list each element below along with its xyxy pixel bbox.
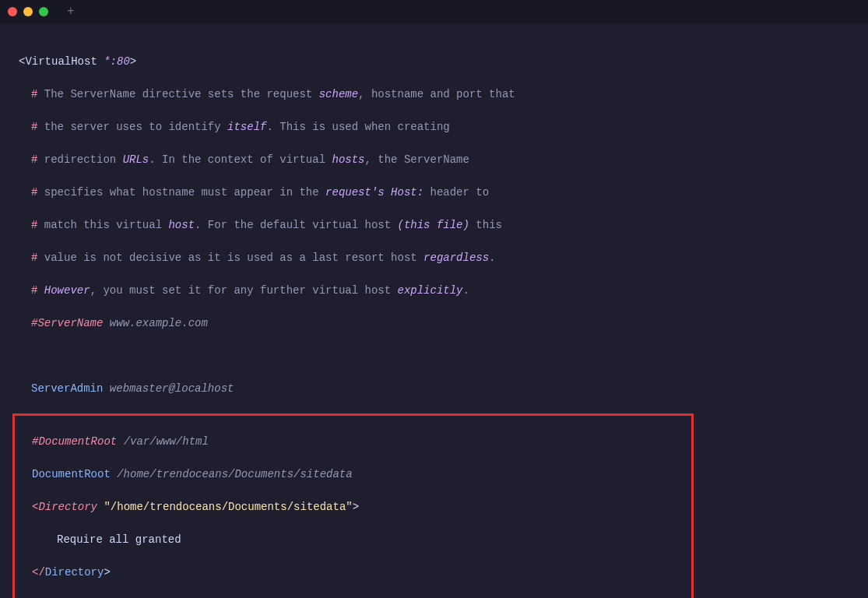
window-titlebar: +: [0, 0, 868, 23]
maximize-window-button[interactable]: [39, 7, 48, 16]
code-editor[interactable]: <VirtualHost *:80> # The ServerName dire…: [0, 23, 868, 598]
path: /home/trendoceans/Documents/sitedata: [117, 468, 352, 480]
comment-directive: #DocumentRoot: [32, 435, 124, 448]
close-window-button[interactable]: [8, 7, 17, 16]
em: host: [168, 219, 195, 231]
tag-name: Directory: [45, 566, 104, 579]
comment-text: , the ServerName: [365, 153, 469, 166]
code-line: #ServerName www.example.com: [19, 315, 849, 332]
code-line: Require all granted: [19, 532, 687, 548]
code-line: # specifies what hostname must appear in…: [19, 185, 849, 201]
em: regardless: [423, 252, 489, 264]
tag-close: >: [130, 55, 136, 68]
directive: ServerAdmin: [31, 382, 110, 395]
path: /var/www/html: [124, 435, 209, 448]
code-line: # The ServerName directive sets the requ…: [19, 86, 849, 103]
comment-text: , hostname and port that: [358, 88, 515, 100]
directive: Require all granted: [57, 533, 181, 546]
code-line: # value is not decisive as it is used as…: [19, 250, 849, 266]
code-line: ServerAdmin webmaster@localhost: [19, 381, 849, 397]
comment-text: this: [469, 219, 502, 231]
blank-line: [19, 348, 849, 364]
comment-text: , you must set it for any further virtua…: [90, 284, 398, 297]
tag-close: >: [353, 501, 359, 513]
tag-close: >: [104, 566, 110, 579]
em: request's Host:: [325, 186, 423, 199]
traffic-lights: [8, 7, 48, 16]
code-line: <VirtualHost *:80>: [19, 54, 849, 70]
tag-open: <VirtualHost: [19, 55, 104, 68]
comment-text: [37, 284, 44, 297]
comment-text: . This is used when creating: [266, 121, 449, 133]
tag-name: Directory: [38, 501, 97, 513]
em: URLs: [123, 153, 149, 166]
code-line: <Directory "/home/trendoceans/Documents/…: [19, 499, 687, 515]
minimize-window-button[interactable]: [23, 7, 33, 16]
highlight-region: #DocumentRoot /var/www/html DocumentRoot…: [12, 413, 694, 598]
code-line: DocumentRoot /home/trendoceans/Documents…: [19, 466, 687, 483]
em: itself: [227, 121, 266, 133]
comment-text: specifies what hostname must appear in t…: [37, 186, 325, 199]
comment-text: .: [489, 252, 495, 264]
em: However: [44, 284, 90, 297]
comment-text: . For the default virtual host: [195, 219, 397, 231]
directive: DocumentRoot: [32, 468, 117, 480]
code-line: # However, you must set it for any furth…: [19, 283, 849, 299]
comment-text: header to: [423, 186, 489, 199]
code-line: # match this virtual host. For the defau…: [19, 217, 849, 234]
em: scheme: [319, 88, 358, 100]
email: webmaster@localhost: [110, 382, 234, 395]
tag-close-open: </: [32, 566, 45, 579]
comment-text: value is not decisive as it is used as a…: [37, 252, 423, 264]
code-line: #DocumentRoot /var/www/html: [19, 434, 687, 450]
comment-text: . In the context of virtual: [149, 153, 332, 166]
port: *:80: [104, 55, 130, 68]
code-line: # the server uses to identify itself. Th…: [19, 119, 849, 135]
comment-text: the server uses to identify: [37, 121, 227, 133]
domain: www.example.com: [110, 317, 208, 329]
comment-text: redirection: [37, 153, 122, 166]
em: hosts: [332, 153, 364, 166]
comment-directive: #ServerName: [31, 317, 110, 329]
comment-text: match this virtual: [37, 219, 168, 231]
code-line: </Directory>: [19, 565, 687, 581]
string: "/home/trendoceans/Documents/sitedata": [104, 501, 352, 513]
em: explicitly: [398, 284, 463, 297]
em: (this file): [398, 219, 469, 231]
comment-text: .: [463, 284, 469, 297]
code-line: # redirection URLs. In the context of vi…: [19, 152, 849, 168]
new-tab-button[interactable]: +: [67, 2, 75, 21]
comment-text: The ServerName directive sets the reques…: [37, 88, 318, 100]
